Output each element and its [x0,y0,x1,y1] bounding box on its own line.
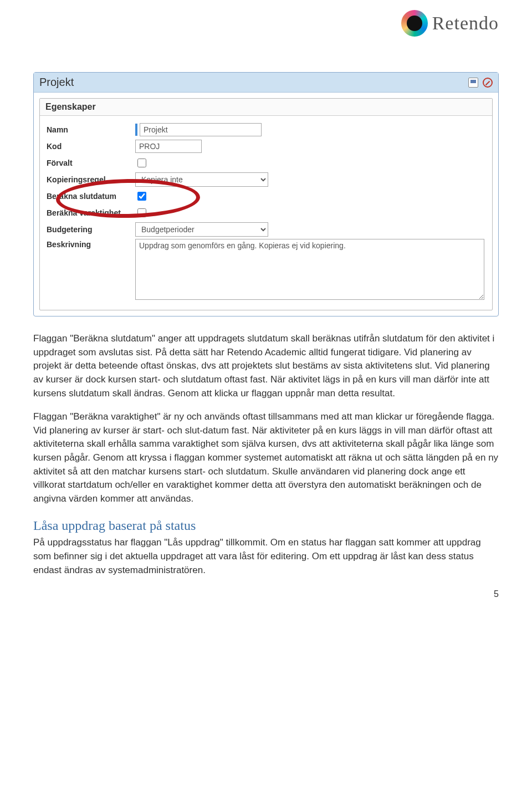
namn-input[interactable] [140,123,262,136]
beskrivning-textarea[interactable] [135,239,484,300]
section-heading: Låsa uppdrag baserat på status [33,516,499,535]
kopieringsregel-select[interactable]: Kopiera inte [135,172,268,187]
label-forvalt: Förvalt [47,159,135,167]
logo-text: Retendo [432,13,499,34]
kod-input[interactable] [135,140,202,153]
logo-icon [401,10,428,37]
page-number: 5 [494,589,499,599]
brand-logo: Retendo [401,10,499,37]
paragraph-3: På uppdragsstatus har flaggan "Lås uppdr… [33,536,499,577]
panel-title: Egenskaper [40,99,492,116]
berakna-slutdatum-checkbox[interactable] [137,192,146,201]
label-budgetering: Budgetering [47,225,135,234]
paragraph-1: Flaggan "Beräkna slutdatum" anger att up… [33,332,499,400]
body-text: Flaggan "Beräkna slutdatum" anger att up… [33,332,499,577]
label-berakna-varaktighet: Beräkna varaktighet [47,208,135,217]
window-title: Projekt [39,76,74,89]
paragraph-2: Flaggan "Beräkna varaktighet" är ny och … [33,410,499,505]
egenskaper-panel: Egenskaper Namn Kod Förvalt [39,98,493,310]
berakna-varaktighet-checkbox[interactable] [137,208,146,217]
projekt-form-window: Projekt Egenskaper Namn Kod [33,72,499,316]
budgetering-select[interactable]: Budgetperioder [135,222,268,237]
label-beskrivning: Beskrivning [47,240,135,249]
label-kod: Kod [47,142,135,151]
label-namn: Namn [47,125,135,134]
label-kopieringsregel: Kopieringsregel [47,175,135,184]
required-indicator [135,124,137,136]
cancel-icon[interactable] [483,78,493,88]
label-berakna-slutdatum: Beräkna slutdatum [47,192,135,201]
forvalt-checkbox[interactable] [137,159,146,167]
save-icon[interactable] [468,78,478,88]
form-header: Projekt [34,73,498,93]
